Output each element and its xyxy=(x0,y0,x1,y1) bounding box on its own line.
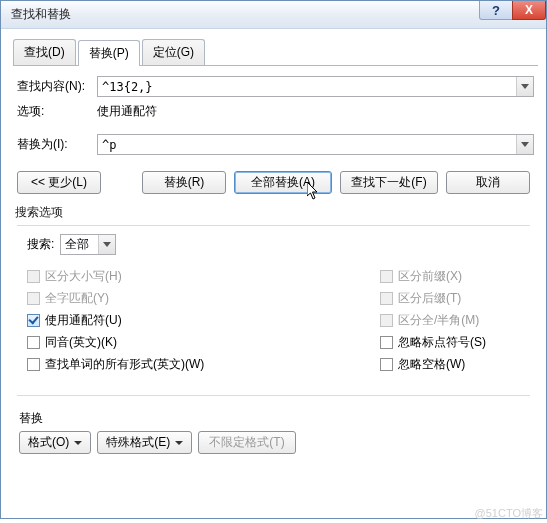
cb-full-half-width: 区分全/半角(M) xyxy=(380,311,520,329)
find-input-wrap xyxy=(97,76,534,97)
tab-find[interactable]: 查找(D) xyxy=(13,39,76,65)
replace-section-label: 替换 xyxy=(19,410,538,427)
replace-format-buttons: 格式(O) 特殊格式(E) 不限定格式(T) xyxy=(19,431,528,454)
watermark: @51CTO博客 xyxy=(475,506,543,521)
checkbox xyxy=(27,270,40,283)
checkbox-col-left: 区分大小写(H) 全字匹配(Y) 使用通配符(U) 同音(英文)(K) xyxy=(27,263,380,377)
cb-ignore-space[interactable]: 忽略空格(W) xyxy=(380,355,520,373)
find-row: 查找内容(N): xyxy=(17,76,534,97)
chevron-down-icon xyxy=(521,84,529,89)
find-history-dropdown[interactable] xyxy=(516,77,533,96)
checkbox xyxy=(27,292,40,305)
checkbox xyxy=(380,270,393,283)
replace-all-button[interactable]: 全部替换(A) xyxy=(234,171,332,194)
search-scope-label: 搜索: xyxy=(27,236,54,253)
options-value: 使用通配符 xyxy=(97,103,157,120)
tab-replace[interactable]: 替换(P) xyxy=(78,40,140,66)
chevron-down-icon xyxy=(103,242,111,247)
find-label: 查找内容(N): xyxy=(17,78,97,95)
options-label: 选项: xyxy=(17,103,97,120)
cb-all-word-forms[interactable]: 查找单词的所有形式(英文)(W) xyxy=(27,355,380,373)
checkbox[interactable] xyxy=(27,336,40,349)
replace-button[interactable]: 替换(R) xyxy=(142,171,226,194)
search-scope-select[interactable] xyxy=(60,234,116,255)
window-title: 查找和替换 xyxy=(11,6,71,23)
cb-match-prefix: 区分前缀(X) xyxy=(380,267,520,285)
search-scope-dropdown[interactable] xyxy=(98,235,115,254)
checkbox xyxy=(380,292,393,305)
cb-sounds-like[interactable]: 同音(英文)(K) xyxy=(27,333,380,351)
checkbox[interactable] xyxy=(27,314,40,327)
cancel-button[interactable]: 取消 xyxy=(446,171,530,194)
tab-strip: 查找(D) 替换(P) 定位(G) xyxy=(13,39,538,66)
tab-goto[interactable]: 定位(G) xyxy=(142,39,205,65)
find-next-button[interactable]: 查找下一处(F) xyxy=(340,171,438,194)
help-button[interactable]: ? xyxy=(479,1,513,20)
checkbox xyxy=(380,314,393,327)
replace-input[interactable] xyxy=(97,134,534,155)
checkbox-col-right: 区分前缀(X) 区分后缀(T) 区分全/半角(M) 忽略标点符号(S) xyxy=(380,263,520,377)
checkbox-columns: 区分大小写(H) 全字匹配(Y) 使用通配符(U) 同音(英文)(K) xyxy=(27,263,520,377)
chevron-down-icon xyxy=(74,441,82,445)
find-input[interactable] xyxy=(97,76,534,97)
replace-input-wrap xyxy=(97,134,534,155)
cb-match-suffix: 区分后缀(T) xyxy=(380,289,520,307)
format-button[interactable]: 格式(O) xyxy=(19,431,91,454)
replace-row: 替换为(I): xyxy=(17,134,534,155)
titlebar[interactable]: 查找和替换 ? X xyxy=(1,1,546,29)
dialog-window: 查找和替换 ? X 查找(D) 替换(P) 定位(G) 查找内容(N): 选项:… xyxy=(0,0,547,519)
chevron-down-icon xyxy=(521,142,529,147)
close-button[interactable]: X xyxy=(512,1,546,20)
search-options-label: 搜索选项 xyxy=(15,204,538,221)
client-area: 查找(D) 替换(P) 定位(G) 查找内容(N): 选项: 使用通配符 替换为… xyxy=(1,29,546,470)
options-row: 选项: 使用通配符 xyxy=(17,103,534,120)
cb-use-wildcards[interactable]: 使用通配符(U) xyxy=(27,311,380,329)
checkbox[interactable] xyxy=(380,358,393,371)
action-button-row: << 更少(L) 替换(R) 全部替换(A) 查找下一处(F) 取消 xyxy=(17,171,530,194)
checkbox[interactable] xyxy=(27,358,40,371)
chevron-down-icon xyxy=(175,441,183,445)
no-formatting-button: 不限定格式(T) xyxy=(198,431,295,454)
replace-history-dropdown[interactable] xyxy=(516,135,533,154)
special-format-button[interactable]: 特殊格式(E) xyxy=(97,431,192,454)
replace-label: 替换为(I): xyxy=(17,136,97,153)
search-scope-row: 搜索: xyxy=(27,234,520,255)
cb-whole-word: 全字匹配(Y) xyxy=(27,289,380,307)
checkbox[interactable] xyxy=(380,336,393,349)
window-controls: ? X xyxy=(480,1,546,20)
cb-ignore-punct[interactable]: 忽略标点符号(S) xyxy=(380,333,520,351)
cb-match-case: 区分大小写(H) xyxy=(27,267,380,285)
search-options-panel: 搜索: 区分大小写(H) 全字匹配(Y) xyxy=(17,225,530,396)
less-button[interactable]: << 更少(L) xyxy=(17,171,101,194)
